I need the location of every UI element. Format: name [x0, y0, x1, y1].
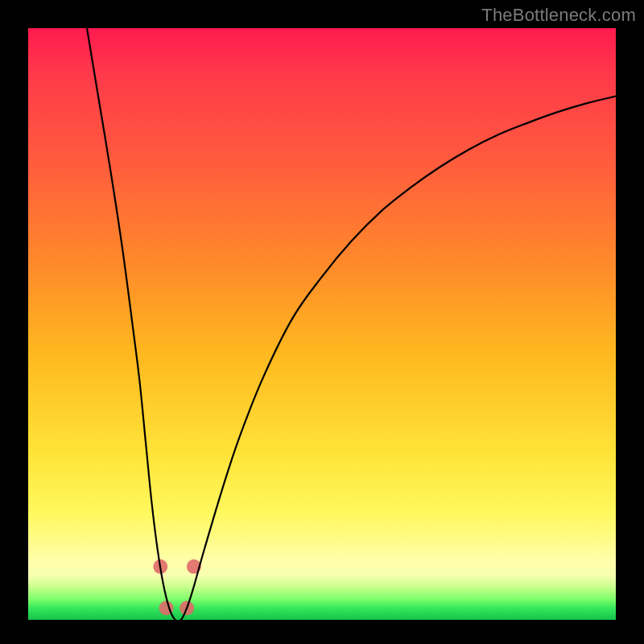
bottleneck-curve	[87, 28, 616, 621]
curve-svg	[28, 28, 616, 620]
chart-frame: TheBottleneck.com	[0, 0, 644, 644]
watermark-text: TheBottleneck.com	[481, 5, 636, 26]
plot-area	[28, 28, 616, 620]
